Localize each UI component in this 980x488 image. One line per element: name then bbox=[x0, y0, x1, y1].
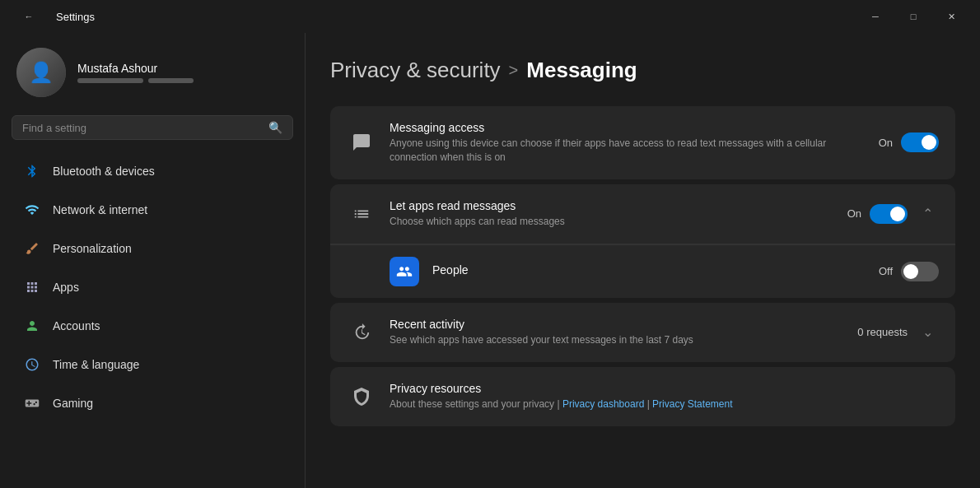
recent-activity-desc: See which apps have accessed your text m… bbox=[390, 333, 844, 347]
user-info: Mustafa Ashour bbox=[77, 62, 194, 83]
people-title: People bbox=[432, 263, 866, 277]
breadcrumb-separator: > bbox=[509, 61, 519, 80]
sidebar-item-bluetooth-label: Bluetooth & devices bbox=[53, 165, 155, 178]
search-icon: 🔍 bbox=[268, 121, 282, 134]
sidebar: 👤 Mustafa Ashour 🔍 Bluetooth & devices bbox=[0, 33, 305, 488]
let-apps-expand-button[interactable]: ⌃ bbox=[916, 202, 939, 225]
recent-activity-control: 0 requests ⌄ bbox=[857, 321, 939, 344]
recent-activity-card: Recent activity See which apps have acce… bbox=[330, 303, 955, 362]
sidebar-item-accounts[interactable]: Accounts bbox=[7, 307, 298, 345]
minimize-button[interactable]: ─ bbox=[856, 3, 894, 30]
close-button[interactable]: ✕ bbox=[932, 3, 970, 30]
let-apps-toggle-label: On bbox=[847, 207, 861, 220]
app-body: 👤 Mustafa Ashour 🔍 Bluetooth & devices bbox=[0, 33, 980, 488]
let-apps-toggle[interactable] bbox=[870, 204, 908, 224]
sidebar-item-gaming[interactable]: Gaming bbox=[7, 384, 298, 422]
privacy-resources-info: Privacy resources About these settings a… bbox=[390, 382, 939, 411]
breadcrumb: Privacy & security > Messaging bbox=[330, 58, 955, 83]
messaging-access-toggle-label: On bbox=[879, 137, 893, 149]
breadcrumb-parent: Privacy & security bbox=[330, 58, 501, 83]
toggle-thumb2 bbox=[890, 207, 905, 221]
messaging-access-row: Messaging access Anyone using this devic… bbox=[330, 106, 955, 179]
maximize-button[interactable]: □ bbox=[894, 3, 932, 30]
account-bar-segment2 bbox=[148, 78, 194, 83]
let-apps-read-card: Let apps read messages Choose which apps… bbox=[330, 184, 955, 298]
user-name: Mustafa Ashour bbox=[77, 62, 194, 75]
people-toggle-label: Off bbox=[879, 265, 893, 277]
recent-activity-title: Recent activity bbox=[390, 318, 844, 331]
people-icon bbox=[390, 257, 419, 286]
recent-activity-icon bbox=[347, 318, 376, 347]
accounts-icon bbox=[23, 317, 41, 335]
messaging-access-card: Messaging access Anyone using this devic… bbox=[330, 106, 955, 179]
requests-label: 0 requests bbox=[857, 326, 908, 338]
wifi-icon bbox=[23, 201, 41, 219]
let-apps-read-row: Let apps read messages Choose which apps… bbox=[330, 184, 955, 244]
user-account-bar bbox=[77, 78, 194, 83]
people-control: Off bbox=[879, 262, 939, 281]
privacy-resources-card: Privacy resources About these settings a… bbox=[330, 367, 955, 426]
sidebar-item-bluetooth[interactable]: Bluetooth & devices bbox=[7, 152, 298, 190]
titlebar: ← Settings ─ □ ✕ bbox=[0, 0, 980, 33]
toggle-thumb bbox=[922, 135, 936, 150]
apps-read-icon bbox=[347, 199, 376, 229]
back-button[interactable]: ← bbox=[10, 3, 48, 30]
recent-activity-info: Recent activity See which apps have acce… bbox=[390, 318, 844, 347]
privacy-resources-desc: About these settings and your privacy | … bbox=[390, 397, 851, 411]
messaging-access-info: Messaging access Anyone using this devic… bbox=[390, 121, 866, 165]
messaging-access-control: On bbox=[879, 132, 939, 152]
nav-list: Bluetooth & devices Network & internet P… bbox=[0, 148, 305, 426]
window-controls: ─ □ ✕ bbox=[856, 3, 970, 30]
titlebar-left: ← Settings bbox=[10, 3, 95, 30]
toggle-thumb3 bbox=[903, 264, 918, 279]
recent-activity-row: Recent activity See which apps have acce… bbox=[330, 303, 955, 362]
privacy-dashboard-link[interactable]: Privacy dashboard bbox=[562, 398, 644, 410]
recent-activity-expand-button[interactable]: ⌄ bbox=[916, 321, 939, 344]
people-toggle[interactable] bbox=[901, 262, 939, 281]
sidebar-item-personalization-label: Personalization bbox=[53, 242, 132, 255]
privacy-statement-link[interactable]: Privacy Statement bbox=[652, 398, 732, 410]
messaging-access-title: Messaging access bbox=[390, 121, 866, 134]
privacy-about-text: About these settings and your privacy bbox=[390, 398, 554, 410]
user-profile[interactable]: 👤 Mustafa Ashour bbox=[0, 33, 305, 112]
sidebar-item-network-label: Network & internet bbox=[53, 203, 147, 216]
account-bar-segment1 bbox=[77, 78, 143, 83]
privacy-resources-title: Privacy resources bbox=[390, 382, 939, 395]
main-content: Privacy & security > Messaging Messaging… bbox=[306, 33, 980, 488]
messaging-access-toggle[interactable] bbox=[901, 132, 939, 152]
breadcrumb-current: Messaging bbox=[526, 58, 637, 83]
gaming-icon bbox=[23, 394, 41, 412]
sidebar-item-network[interactable]: Network & internet bbox=[7, 191, 298, 229]
sidebar-item-accounts-label: Accounts bbox=[53, 319, 100, 332]
bluetooth-icon bbox=[23, 162, 41, 180]
let-apps-read-title: Let apps read messages bbox=[390, 199, 834, 212]
avatar-image: 👤 bbox=[16, 48, 66, 97]
shield-icon bbox=[347, 382, 376, 411]
people-row: People Off bbox=[330, 244, 955, 298]
sidebar-item-time-label: Time & language bbox=[53, 358, 139, 371]
let-apps-read-control: On ⌃ bbox=[847, 202, 939, 225]
messaging-access-desc: Anyone using this device can choose if t… bbox=[390, 137, 851, 165]
people-info: People bbox=[432, 263, 866, 279]
search-box[interactable]: 🔍 bbox=[12, 115, 293, 140]
app-title: Settings bbox=[56, 11, 95, 23]
sidebar-item-time[interactable]: Time & language bbox=[7, 346, 298, 383]
sidebar-item-personalization[interactable]: Personalization bbox=[7, 230, 298, 267]
time-icon bbox=[23, 356, 41, 374]
avatar: 👤 bbox=[16, 48, 66, 97]
apps-icon bbox=[23, 278, 41, 296]
let-apps-read-desc: Choose which apps can read messages bbox=[390, 215, 834, 229]
privacy-resources-row: Privacy resources About these settings a… bbox=[330, 367, 955, 426]
messaging-icon bbox=[347, 128, 376, 157]
paint-icon bbox=[23, 239, 41, 258]
let-apps-read-info: Let apps read messages Choose which apps… bbox=[390, 199, 834, 229]
sidebar-item-apps-label: Apps bbox=[53, 281, 79, 294]
sidebar-item-apps[interactable]: Apps bbox=[7, 268, 298, 306]
sidebar-item-gaming-label: Gaming bbox=[53, 397, 93, 410]
search-input[interactable] bbox=[22, 122, 262, 134]
